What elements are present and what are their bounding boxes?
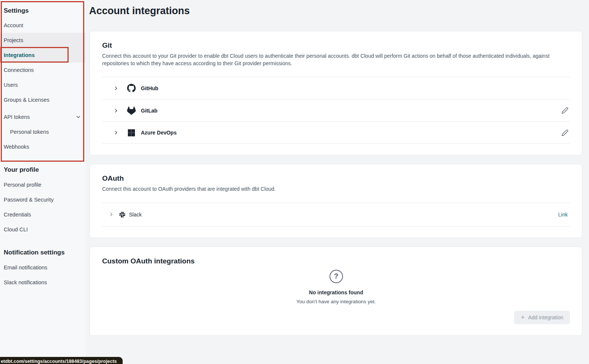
custom-oauth-section-card: Custom OAuth integrations ? No integrati… — [89, 247, 582, 336]
sidebar-item-email-notifications[interactable]: Email notifications — [0, 260, 86, 275]
oauth-section-heading: OAuth — [102, 174, 570, 183]
sidebar-item-account[interactable]: Account — [0, 18, 86, 33]
page-title: Account integrations — [89, 4, 589, 17]
slack-link-button[interactable]: Link — [558, 212, 569, 218]
chevron-down-icon — [75, 114, 81, 120]
oauth-section-description: Connect this account to OAuth providers … — [102, 186, 570, 193]
plus-icon: + — [521, 314, 525, 321]
sidebar-item-projects[interactable]: Projects — [0, 33, 86, 48]
question-circle-icon: ? — [330, 270, 343, 283]
sidebar-item-credentials[interactable]: Credentials — [0, 207, 86, 222]
sidebar-item-users[interactable]: Users — [0, 77, 86, 92]
empty-state: ? No integrations found You don't have a… — [102, 270, 570, 304]
sidebar-item-personal-tokens[interactable]: Personal tokens — [0, 124, 86, 139]
git-section-description: Connect this account to your Git provide… — [102, 53, 570, 67]
provider-name: Slack — [129, 212, 142, 218]
chevron-right-icon[interactable] — [113, 130, 119, 135]
slack-icon — [119, 211, 126, 218]
sidebar-item-webhooks[interactable]: Webhooks — [0, 139, 86, 154]
sidebar-heading-notification-settings: Notification settings — [0, 245, 86, 260]
oauth-provider-row-slack[interactable]: Slack Link — [102, 203, 570, 227]
git-provider-list: GitHub GitLab — [102, 77, 570, 144]
custom-oauth-heading: Custom OAuth integrations — [102, 257, 570, 265]
main-content: Account integrations Git Connect this ac… — [86, 0, 589, 364]
empty-state-subtitle: You don't have any integrations yet. — [296, 299, 376, 304]
settings-sidebar: Settings Account Projects Integrations C… — [0, 0, 86, 364]
gitlab-icon — [127, 106, 136, 115]
add-integration-label: Add integration — [528, 314, 563, 320]
chevron-right-icon[interactable] — [113, 108, 119, 113]
chevron-right-icon[interactable] — [109, 212, 114, 217]
edit-pencil-icon[interactable] — [560, 106, 569, 115]
add-integration-button[interactable]: + Add integration — [514, 311, 570, 324]
github-icon — [127, 84, 136, 93]
git-section-heading: Git — [102, 41, 570, 50]
oauth-provider-list: Slack Link — [102, 203, 570, 227]
app-root: Settings Account Projects Integrations C… — [0, 0, 589, 364]
sidebar-item-personal-profile[interactable]: Personal profile — [0, 177, 86, 192]
git-section-card: Git Connect this account to your Git pro… — [89, 31, 582, 155]
sidebar-item-groups-licenses[interactable]: Groups & Licenses — [0, 92, 86, 107]
git-provider-row-github[interactable]: GitHub — [102, 77, 570, 99]
sidebar-item-connections[interactable]: Connections — [0, 63, 86, 77]
empty-state-title: No integrations found — [309, 289, 363, 295]
oauth-section-card: OAuth Connect this account to OAuth prov… — [89, 164, 582, 238]
sidebar-item-label: API tokens — [4, 114, 30, 120]
provider-name: Azure DevOps — [141, 130, 177, 136]
chevron-right-icon[interactable] — [113, 86, 119, 91]
sidebar-heading-settings: Settings — [0, 4, 86, 18]
sidebar-item-cloud-cli[interactable]: Cloud CLI — [0, 222, 86, 237]
provider-name: GitHub — [141, 85, 158, 91]
status-url-tooltip: etdbt.com/settings/accounts/188483/pages… — [0, 357, 123, 364]
sidebar-item-slack-notifications[interactable]: Slack notifications — [0, 275, 86, 290]
git-provider-row-azure-devops[interactable]: Azure DevOps — [102, 121, 570, 144]
edit-pencil-icon[interactable] — [560, 128, 569, 137]
sidebar-item-integrations[interactable]: Integrations — [0, 48, 86, 63]
provider-name: GitLab — [141, 108, 157, 114]
azure-devops-icon — [127, 128, 136, 137]
sidebar-item-password-security[interactable]: Password & Security — [0, 192, 86, 207]
git-provider-row-gitlab[interactable]: GitLab — [102, 99, 570, 121]
card-actions: + Add integration — [102, 311, 570, 324]
sidebar-heading-your-profile: Your profile — [0, 162, 86, 177]
sidebar-item-api-tokens[interactable]: API tokens — [0, 110, 86, 124]
